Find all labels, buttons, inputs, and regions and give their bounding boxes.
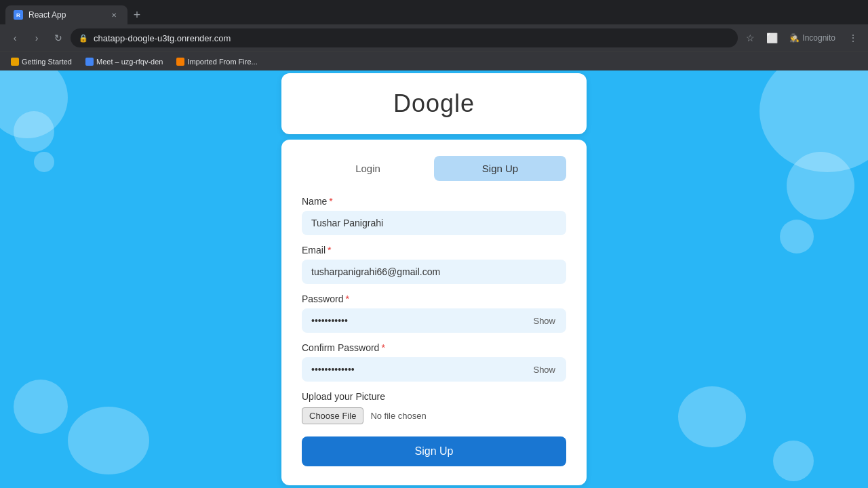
signup-submit-button[interactable]: Sign Up — [302, 436, 566, 466]
card-container: Doogle Login Sign Up Name * Email — [281, 73, 587, 485]
auth-tabs: Login Sign Up — [302, 156, 566, 181]
decorative-bubble — [787, 152, 854, 220]
confirm-password-label: Confirm Password * — [302, 342, 566, 353]
required-star: * — [329, 196, 332, 207]
bookmark-favicon — [11, 58, 19, 66]
name-label: Name * — [302, 196, 566, 207]
bookmark-imported[interactable]: Imported From Fire... — [171, 56, 262, 67]
login-tab[interactable]: Login — [302, 156, 434, 181]
app-title: Doogle — [298, 89, 570, 118]
page-content: Doogle Login Sign Up Name * Email — [0, 70, 868, 488]
reload-button[interactable]: ↻ — [49, 28, 68, 47]
decorative-bubble — [34, 152, 54, 172]
password-wrapper: Show — [302, 308, 566, 333]
confirm-password-input[interactable] — [302, 357, 566, 382]
form-card: Login Sign Up Name * Email * — [281, 140, 587, 485]
address-bar[interactable]: 🔒 chatapp-doogle-u3tg.onrender.com — [71, 28, 738, 47]
password-label: Password * — [302, 293, 566, 304]
email-input[interactable] — [302, 260, 566, 284]
file-name-text: No file chosen — [370, 411, 426, 421]
nav-actions: ☆ ⬜ 🕵 Incognito ⋮ — [741, 28, 863, 47]
bookmark-getting-started[interactable]: Getting Started — [5, 56, 77, 67]
url-text: chatapp-doogle-u3tg.onrender.com — [94, 33, 231, 43]
signup-tab[interactable]: Sign Up — [434, 156, 566, 181]
forward-button[interactable]: › — [27, 28, 46, 47]
incognito-icon: 🕵 — [789, 33, 800, 43]
bookmark-favicon — [85, 58, 94, 66]
email-label: Email * — [302, 245, 566, 256]
tab-close-button[interactable]: ✕ — [108, 9, 119, 20]
bookmark-star-button[interactable]: ☆ — [741, 28, 760, 47]
upload-section: Upload your Picture Choose File No file … — [302, 391, 566, 424]
lock-icon: 🔒 — [79, 34, 88, 43]
password-input[interactable] — [302, 308, 566, 333]
decorative-bubble — [68, 407, 149, 474]
bookmark-favicon — [176, 58, 184, 66]
file-input-row: Choose File No file chosen — [302, 407, 566, 424]
incognito-indicator: 🕵 Incognito — [784, 32, 841, 44]
incognito-label: Incognito — [802, 33, 835, 43]
name-field-group: Name * — [302, 196, 566, 235]
choose-file-button[interactable]: Choose File — [302, 407, 363, 424]
tab-bar: R React App ✕ + — [0, 0, 868, 24]
required-star: * — [328, 245, 331, 256]
bookmark-label: Meet – uzg-rfqv-den — [96, 58, 163, 66]
decorative-bubble — [14, 111, 54, 152]
new-tab-button[interactable]: + — [127, 5, 146, 24]
show-password-button[interactable]: Show — [529, 313, 559, 329]
name-input[interactable] — [302, 211, 566, 235]
decorative-bubble — [678, 386, 746, 447]
active-tab[interactable]: R React App ✕ — [5, 5, 127, 24]
nav-bar: ‹ › ↻ 🔒 chatapp-doogle-u3tg.onrender.com… — [0, 24, 868, 52]
menu-button[interactable]: ⋮ — [844, 28, 863, 47]
bookmark-label: Imported From Fire... — [187, 58, 257, 66]
required-star: * — [345, 293, 349, 304]
required-star: * — [381, 342, 384, 353]
confirm-password-wrapper: Show — [302, 357, 566, 382]
tab-title: React App — [28, 10, 66, 20]
bookmarks-bar: Getting Started Meet – uzg-rfqv-den Impo… — [0, 52, 868, 70]
password-field-group: Password * Show — [302, 293, 566, 333]
show-confirm-password-button[interactable]: Show — [529, 362, 559, 378]
email-field-group: Email * — [302, 245, 566, 284]
header-card: Doogle — [281, 73, 587, 134]
decorative-bubble — [14, 380, 68, 434]
browser-chrome: R React App ✕ + ‹ › ↻ 🔒 chatapp-doogle-u… — [0, 0, 868, 70]
bookmark-meet[interactable]: Meet – uzg-rfqv-den — [80, 56, 168, 67]
bookmark-label: Getting Started — [22, 58, 72, 66]
decorative-bubble — [773, 441, 814, 481]
upload-label: Upload your Picture — [302, 391, 566, 402]
decorative-bubble — [780, 220, 814, 253]
confirm-password-field-group: Confirm Password * Show — [302, 342, 566, 382]
extensions-button[interactable]: ⬜ — [762, 28, 781, 47]
back-button[interactable]: ‹ — [5, 28, 24, 47]
tab-favicon: R — [14, 10, 23, 20]
